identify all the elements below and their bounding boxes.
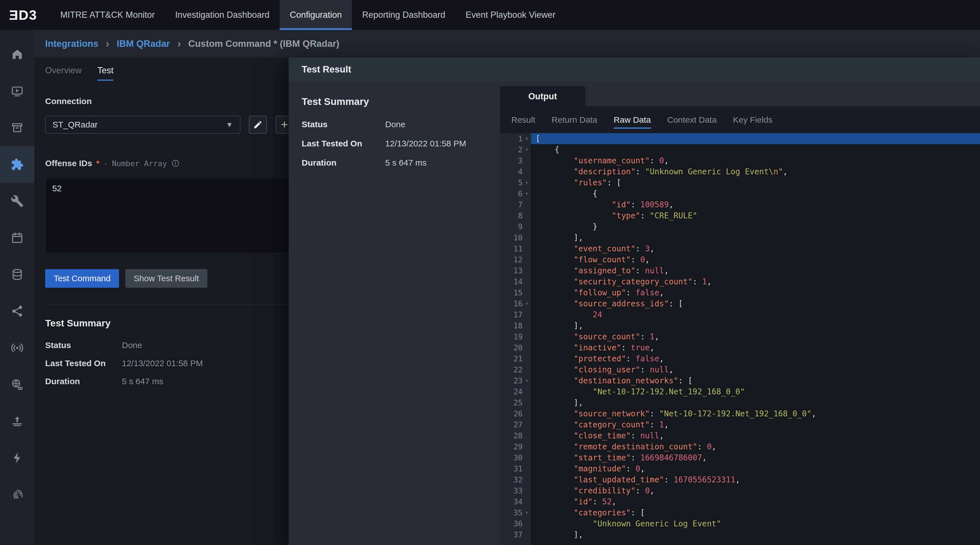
line-number-text: 17 xyxy=(513,309,523,320)
show-test-result-button[interactable]: Show Test Result xyxy=(125,269,207,288)
code-line-15[interactable]: 15 "follow_up": false, xyxy=(500,287,980,298)
code-text: "inactive": true, xyxy=(531,342,980,353)
connection-select-value: ST_QRadar xyxy=(52,120,98,129)
code-line-17[interactable]: 17 24 xyxy=(500,309,980,320)
line-number-text: 4 xyxy=(518,166,523,177)
code-line-10[interactable]: 10 ], xyxy=(500,232,980,243)
code-line-29[interactable]: 29 "remote_destination_count": 0, xyxy=(500,441,980,452)
code-line-26[interactable]: 26 "source_network": "Net-10-172-192.Net… xyxy=(500,408,980,419)
sidebar-item-connections-share[interactable] xyxy=(0,293,34,329)
line-number: 8 xyxy=(500,210,531,221)
code-line-28[interactable]: 28 "close_time": null, xyxy=(500,430,980,441)
code-line-34[interactable]: 34 "id": 52, xyxy=(500,496,980,507)
code-line-36[interactable]: 36 "Unknown Generic Log Event" xyxy=(500,518,980,529)
code-line-24[interactable]: 24 "Net-10-172-192.Net_192_168_0_0" xyxy=(500,386,980,397)
tab-raw-data[interactable]: Raw Data xyxy=(614,106,651,133)
code-line-20[interactable]: 20 "inactive": true, xyxy=(500,342,980,353)
nav-tab-mitre-att-ck-monitor[interactable]: MITRE ATT&CK Monitor xyxy=(50,0,165,30)
code-text: "magnitude": 0, xyxy=(531,463,980,474)
code-line-21[interactable]: 21 "protected": false, xyxy=(500,353,980,364)
sidebar-item-integrations-puzzle[interactable] xyxy=(0,146,34,183)
line-number: 13 xyxy=(500,265,531,276)
sidebar-item-calendar[interactable] xyxy=(0,219,34,256)
code-text: ], xyxy=(531,397,980,408)
breadcrumb-integrations[interactable]: Integrations xyxy=(45,38,99,49)
fold-toggle-icon[interactable]: ▾ xyxy=(523,507,531,518)
nav-tab-investigation-dashboard[interactable]: Investigation Dashboard xyxy=(165,0,280,30)
playbook-icon xyxy=(11,85,24,98)
code-editor: 1▾[2▾ {3 "username_count": 0,4 "descript… xyxy=(500,133,980,545)
sidebar-item-broadcast-signal[interactable] xyxy=(0,329,34,366)
code-line-23[interactable]: 23▾ "destination_networks": [ xyxy=(500,375,980,386)
edit-connection-button[interactable] xyxy=(249,116,267,134)
code-line-9[interactable]: 9 } xyxy=(500,221,980,232)
code-line-2[interactable]: 2▾ { xyxy=(500,144,980,155)
nav-tab-configuration[interactable]: Configuration xyxy=(280,0,352,30)
code-line-27[interactable]: 27 "category_count": 1, xyxy=(500,419,980,430)
nav-tab-event-playbook-viewer[interactable]: Event Playbook Viewer xyxy=(455,0,565,30)
code-line-37[interactable]: 37 ], xyxy=(500,529,980,540)
line-number-text: 22 xyxy=(513,364,523,375)
fold-toggle-icon[interactable]: ▾ xyxy=(523,177,531,188)
sidebar-item-database[interactable] xyxy=(0,256,34,293)
code-line-19[interactable]: 19 "source_count": 1, xyxy=(500,331,980,342)
modal-header: Test Result xyxy=(289,57,980,81)
code-line-22[interactable]: 22 "closing_user": null, xyxy=(500,364,980,375)
code-text: "close_time": null, xyxy=(531,430,980,441)
sidebar-item-utilities-wrench[interactable] xyxy=(0,183,34,219)
code-line-3[interactable]: 3 "username_count": 0, xyxy=(500,155,980,166)
code-line-5[interactable]: 5▾ "rules": [ xyxy=(500,177,980,188)
line-number: 9 xyxy=(500,221,531,232)
code-line-13[interactable]: 13 "assigned_to": null, xyxy=(500,265,980,276)
fold-toggle-icon[interactable]: ▾ xyxy=(523,298,531,309)
sidebar-item-data-ingestion[interactable] xyxy=(0,403,34,440)
line-number-text: 19 xyxy=(513,331,523,342)
tab-return-data[interactable]: Return Data xyxy=(552,106,597,133)
test-command-button[interactable]: Test Command xyxy=(45,269,119,288)
code-line-12[interactable]: 12 "flow_count": 0, xyxy=(500,254,980,265)
code-line-18[interactable]: 18 ], xyxy=(500,320,980,331)
code-line-16[interactable]: 16▾ "source_address_ids": [ xyxy=(500,298,980,309)
tab-output[interactable]: Output xyxy=(500,86,585,106)
line-number-text: 14 xyxy=(513,276,523,287)
code-text: "id": 52, xyxy=(531,496,980,507)
summary-label: Status xyxy=(302,119,385,129)
tab-overview[interactable]: Overview xyxy=(45,65,81,81)
fold-toggle-icon[interactable]: ▾ xyxy=(523,133,531,144)
code-line-33[interactable]: 33 "credibility": 0, xyxy=(500,485,980,496)
code-line-7[interactable]: 7 "id": 100589, xyxy=(500,199,980,210)
sidebar-item-web-services-globe[interactable] xyxy=(0,366,34,403)
nav-tab-reporting-dashboard[interactable]: Reporting Dashboard xyxy=(352,0,455,30)
code-line-35[interactable]: 35▾ "categories": [ xyxy=(500,507,980,518)
offense-ids-input[interactable]: 52 xyxy=(45,178,313,253)
tab-context-data[interactable]: Context Data xyxy=(667,106,717,133)
sidebar-item-home[interactable] xyxy=(0,36,34,73)
line-number-text: 15 xyxy=(513,287,523,298)
fold-toggle-icon[interactable]: ▾ xyxy=(523,188,531,199)
fold-toggle-icon[interactable]: ▾ xyxy=(523,375,531,386)
sidebar-item-automation-lightning[interactable] xyxy=(0,440,34,476)
code-line-25[interactable]: 25 ], xyxy=(500,397,980,408)
fold-toggle-icon[interactable]: ▾ xyxy=(523,144,531,155)
code-line-30[interactable]: 30 "start_time": 1669846786007, xyxy=(500,452,980,463)
tab-test[interactable]: Test xyxy=(97,65,113,81)
code-text: 24 xyxy=(531,309,980,320)
connection-select[interactable]: ST_QRadar ▼ xyxy=(45,116,240,134)
code-line-1[interactable]: 1▾[ xyxy=(500,133,980,144)
info-icon[interactable] xyxy=(171,159,180,168)
code-line-32[interactable]: 32 "last_updated_time": 1670556523311, xyxy=(500,474,980,485)
nav-tabs: MITRE ATT&CK MonitorInvestigation Dashbo… xyxy=(50,0,565,30)
breadcrumb-ibm-qradar[interactable]: IBM QRadar xyxy=(117,38,170,49)
code-line-6[interactable]: 6▾ { xyxy=(500,188,980,199)
sidebar-item-investigation-box[interactable] xyxy=(0,110,34,146)
tab-result[interactable]: Result xyxy=(511,106,535,133)
tab-key-fields[interactable]: Key Fields xyxy=(733,106,773,133)
code-line-4[interactable]: 4 "description": "Unknown Generic Log Ev… xyxy=(500,166,980,177)
sidebar-item-fingerprint[interactable] xyxy=(0,476,34,513)
sidebar-item-playbook[interactable] xyxy=(0,73,34,110)
code-line-11[interactable]: 11 "event_count": 3, xyxy=(500,243,980,254)
code-line-8[interactable]: 8 "type": "CRE_RULE" xyxy=(500,210,980,221)
code-line-14[interactable]: 14 "security_category_count": 1, xyxy=(500,276,980,287)
code-line-31[interactable]: 31 "magnitude": 0, xyxy=(500,463,980,474)
output-tabs: ResultReturn DataRaw DataContext DataKey… xyxy=(500,106,980,133)
